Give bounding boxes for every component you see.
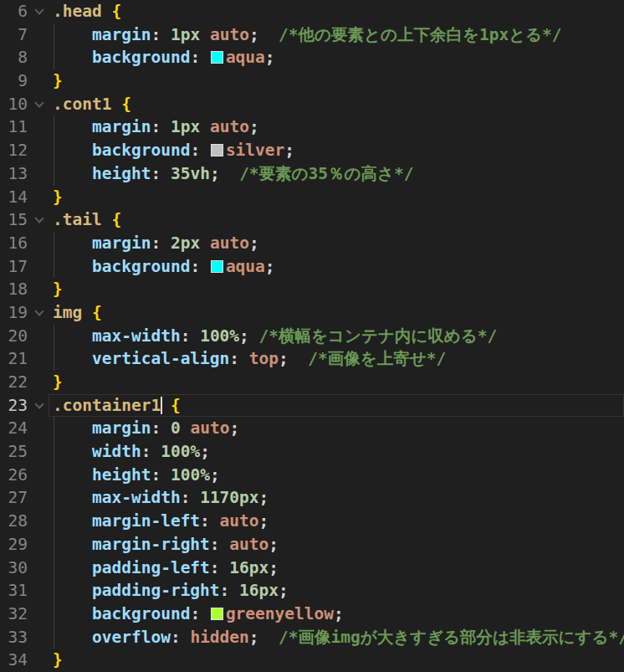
color-swatch[interactable] bbox=[211, 144, 223, 156]
code-line[interactable]: 17 background: aqua; bbox=[0, 255, 624, 279]
code-content[interactable]: padding-right: 16px; bbox=[53, 579, 624, 603]
code-content[interactable]: .head { bbox=[53, 0, 624, 23]
code-editor[interactable]: 6.head {7 margin: 1px auto; /*他の要素との上下余白… bbox=[0, 0, 624, 672]
chevron-down-icon[interactable] bbox=[34, 214, 43, 223]
code-line[interactable]: 22} bbox=[0, 371, 624, 394]
code-token bbox=[190, 326, 200, 346]
code-content[interactable]: height: 100%; bbox=[53, 464, 624, 487]
code-content[interactable]: } bbox=[53, 186, 624, 209]
code-content[interactable]: background: silver; bbox=[53, 139, 624, 162]
code-content[interactable]: vertical-align: top; /*画像を上寄せ*/ bbox=[53, 347, 624, 371]
code-line[interactable]: 32 background: greenyellow; bbox=[0, 603, 624, 626]
line-number[interactable]: 26 bbox=[0, 464, 28, 487]
line-number[interactable]: 31 bbox=[0, 579, 28, 603]
code-line[interactable]: 27 max-width: 1170px; bbox=[0, 486, 624, 510]
code-content[interactable]: margin: 1px auto; bbox=[53, 115, 624, 139]
code-line[interactable]: 20 max-width: 100%; /*横幅をコンテナ内に収める*/ bbox=[0, 325, 624, 348]
line-number[interactable]: 10 bbox=[0, 93, 28, 116]
code-content[interactable]: width: 100%; bbox=[53, 440, 624, 464]
line-number[interactable]: 23 bbox=[0, 394, 28, 418]
line-number[interactable]: 28 bbox=[0, 510, 28, 533]
code-line[interactable]: 34} bbox=[0, 649, 624, 672]
line-number[interactable]: 32 bbox=[0, 603, 28, 626]
color-swatch[interactable] bbox=[211, 260, 223, 273]
line-number[interactable]: 14 bbox=[0, 186, 28, 209]
code-line[interactable]: 30 padding-left: 16px; bbox=[0, 557, 624, 580]
code-content[interactable]: img { bbox=[53, 301, 624, 325]
code-content[interactable]: margin: 2px auto; bbox=[53, 232, 624, 255]
line-number[interactable]: 6 bbox=[0, 0, 28, 23]
code-line[interactable]: 19img { bbox=[0, 301, 624, 325]
code-line[interactable]: 6.head { bbox=[0, 0, 624, 23]
code-line[interactable]: 10.cont1 { bbox=[0, 93, 624, 116]
line-number[interactable]: 27 bbox=[0, 486, 28, 510]
code-content[interactable]: height: 35vh; /*要素の35％の高さ*/ bbox=[53, 162, 624, 186]
line-number[interactable]: 21 bbox=[0, 347, 28, 371]
code-line[interactable]: 33 overflow: hidden; /*画像imgが大きすぎる部分は非表示… bbox=[0, 626, 624, 649]
line-number[interactable]: 29 bbox=[0, 533, 28, 557]
code-content[interactable]: margin-left: auto; bbox=[53, 510, 624, 533]
code-content[interactable]: } bbox=[53, 649, 624, 672]
code-line[interactable]: 23.container1 { bbox=[0, 394, 624, 418]
line-number[interactable]: 20 bbox=[0, 325, 28, 348]
code-line[interactable]: 8 background: aqua; bbox=[0, 46, 624, 69]
line-number[interactable]: 30 bbox=[0, 557, 28, 580]
line-number[interactable]: 17 bbox=[0, 255, 28, 279]
line-number[interactable]: 25 bbox=[0, 440, 28, 464]
code-line[interactable]: 11 margin: 1px auto; bbox=[0, 115, 624, 139]
code-token bbox=[161, 25, 171, 44]
line-number[interactable]: 9 bbox=[0, 69, 28, 93]
code-line[interactable]: 12 background: silver; bbox=[0, 139, 624, 162]
line-number[interactable]: 7 bbox=[0, 23, 28, 47]
line-number[interactable]: 13 bbox=[0, 162, 28, 186]
code-line[interactable]: 21 vertical-align: top; /*画像を上寄せ*/ bbox=[0, 347, 624, 371]
line-number[interactable]: 16 bbox=[0, 232, 28, 255]
line-number[interactable]: 19 bbox=[0, 301, 28, 325]
code-content[interactable]: margin: 0 auto; bbox=[53, 417, 624, 440]
color-swatch[interactable] bbox=[211, 608, 223, 620]
line-number[interactable]: 8 bbox=[0, 46, 28, 69]
code-content[interactable]: max-width: 100%; /*横幅をコンテナ内に収める*/ bbox=[53, 325, 624, 348]
color-swatch[interactable] bbox=[211, 51, 223, 64]
code-content[interactable]: margin: 1px auto; /*他の要素との上下余白を1pxとる*/ bbox=[53, 23, 624, 47]
code-content[interactable]: max-width: 1170px; bbox=[53, 486, 624, 510]
code-line[interactable]: 7 margin: 1px auto; /*他の要素との上下余白を1pxとる*/ bbox=[0, 23, 624, 47]
line-number[interactable]: 15 bbox=[0, 208, 28, 232]
line-number[interactable]: 24 bbox=[0, 417, 28, 440]
code-line[interactable]: 13 height: 35vh; /*要素の35％の高さ*/ bbox=[0, 162, 624, 186]
code-content[interactable]: margin-right: auto; bbox=[53, 533, 624, 557]
code-line[interactable]: 26 height: 100%; bbox=[0, 464, 624, 487]
code-content[interactable]: } bbox=[53, 371, 624, 394]
chevron-down-icon[interactable] bbox=[34, 399, 43, 408]
line-number[interactable]: 12 bbox=[0, 139, 28, 162]
code-content[interactable]: .container1 { bbox=[53, 394, 624, 418]
code-line[interactable]: 31 padding-right: 16px; bbox=[0, 579, 624, 603]
chevron-down-icon[interactable] bbox=[34, 306, 43, 315]
code-line[interactable]: 28 margin-left: auto; bbox=[0, 510, 624, 533]
line-number[interactable]: 34 bbox=[0, 649, 28, 672]
code-line[interactable]: 15.tail { bbox=[0, 208, 624, 232]
chevron-down-icon[interactable] bbox=[34, 5, 43, 14]
code-content[interactable]: .cont1 { bbox=[53, 93, 624, 116]
code-line[interactable]: 29 margin-right: auto; bbox=[0, 533, 624, 557]
indent-guide bbox=[54, 579, 54, 603]
code-content[interactable]: } bbox=[53, 69, 624, 93]
code-line[interactable]: 16 margin: 2px auto; bbox=[0, 232, 624, 255]
line-number[interactable]: 22 bbox=[0, 371, 28, 394]
code-content[interactable]: .tail { bbox=[53, 208, 624, 232]
line-number[interactable]: 18 bbox=[0, 278, 28, 301]
code-content[interactable]: background: aqua; bbox=[53, 46, 624, 69]
code-line[interactable]: 24 margin: 0 auto; bbox=[0, 417, 624, 440]
line-number[interactable]: 11 bbox=[0, 115, 28, 139]
line-number[interactable]: 33 bbox=[0, 626, 28, 649]
code-line[interactable]: 14} bbox=[0, 186, 624, 209]
code-content[interactable]: } bbox=[53, 278, 624, 301]
code-line[interactable]: 9} bbox=[0, 69, 624, 93]
code-line[interactable]: 18} bbox=[0, 278, 624, 301]
code-content[interactable]: overflow: hidden; /*画像imgが大きすぎる部分は非表示にする… bbox=[53, 626, 624, 649]
code-content[interactable]: background: aqua; bbox=[53, 255, 624, 279]
code-content[interactable]: padding-left: 16px; bbox=[53, 557, 624, 580]
code-line[interactable]: 25 width: 100%; bbox=[0, 440, 624, 464]
chevron-down-icon[interactable] bbox=[34, 98, 43, 107]
code-content[interactable]: background: greenyellow; bbox=[53, 603, 624, 626]
